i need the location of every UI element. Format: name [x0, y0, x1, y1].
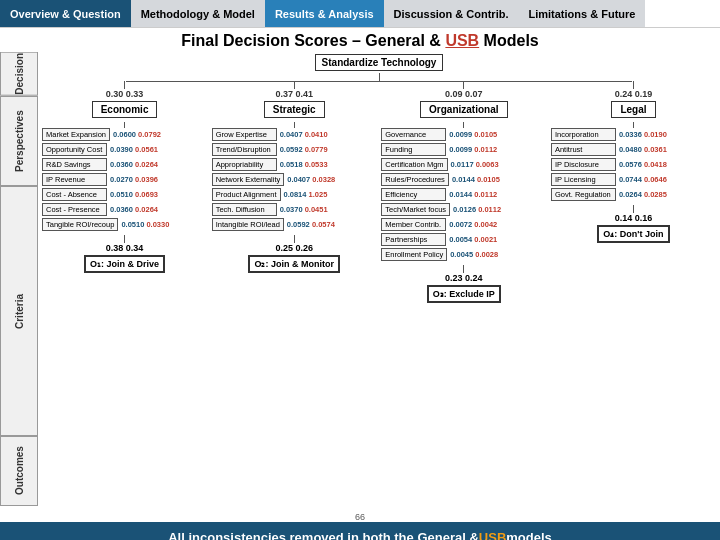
root-node: Standardize Technology: [315, 54, 444, 71]
bottom-bar: All inconsistencies removed in both the …: [0, 522, 720, 540]
side-labels: Decision Perspectives Criteria Outcomes: [0, 52, 38, 512]
list-item: Tangible ROI/recoup 0.0510 0.0330: [42, 218, 207, 231]
category-strategic-box: Strategic: [264, 101, 325, 118]
page-number: 66: [0, 512, 720, 522]
nav-item-methodology[interactable]: Methodology & Model: [131, 0, 265, 27]
list-item: IP Disclosure 0.0576 0.0418: [551, 158, 716, 171]
list-item: Opportunity Cost 0.0390 0.0561: [42, 143, 207, 156]
outcome-4: O₄: Don't Join: [597, 225, 669, 243]
list-item: Intangible ROI/lead 0.0592 0.0574: [212, 218, 377, 231]
list-item: Tech/Market focus 0.0126 0.0112: [381, 203, 546, 216]
outcome-1: O₁: Join & Drive: [84, 255, 165, 273]
label-perspectives: Perspectives: [0, 96, 38, 186]
list-item: Grow Expertise 0.0407 0.0410: [212, 128, 377, 141]
list-item: Antitrust 0.0480 0.0361: [551, 143, 716, 156]
category-strategic: 0.37 0.41 Strategic Grow Expertise 0.040…: [212, 81, 377, 303]
list-item: R&D Savings 0.0360 0.0264: [42, 158, 207, 171]
list-item: Appropriability 0.0518 0.0533: [212, 158, 377, 171]
nav-item-results[interactable]: Results & Analysis: [265, 0, 384, 27]
nav-item-discussion[interactable]: Discussion & Contrib.: [384, 0, 519, 27]
category-legal-box: Legal: [611, 101, 655, 118]
legal-criteria: Incorporation 0.0336 0.0190 Antitrust 0.…: [551, 128, 716, 201]
navigation-bar: Overview & Question Methodology & Model …: [0, 0, 720, 28]
list-item: Rules/Procedures 0.0144 0.0105: [381, 173, 546, 186]
list-item: Efficiency 0.0144 0.0112: [381, 188, 546, 201]
page-title: Final Decision Scores – General & USB Mo…: [0, 32, 720, 50]
list-item: Cost - Absence 0.0510 0.0693: [42, 188, 207, 201]
list-item: IP Licensing 0.0744 0.0646: [551, 173, 716, 186]
list-item: Member Contrib. 0.0072 0.0042: [381, 218, 546, 231]
organizational-criteria: Governance 0.0099 0.0105 Funding 0.0099 …: [381, 128, 546, 261]
list-item: IP Revenue 0.0270 0.0396: [42, 173, 207, 186]
list-item: Govt. Regulation 0.0264 0.0285: [551, 188, 716, 201]
chart-area: Standardize Technology 0.30 0.33 Economi…: [38, 52, 720, 512]
categories-level: 0.30 0.33 Economic Market Expansion 0.06…: [42, 81, 716, 303]
nav-item-limitations[interactable]: Limitations & Future: [518, 0, 645, 27]
root-level: Standardize Technology: [42, 54, 716, 71]
list-item: Enrollment Policy 0.0045 0.0028: [381, 248, 546, 261]
strategic-criteria: Grow Expertise 0.0407 0.0410 Trend/Disru…: [212, 128, 377, 231]
list-item: Cost - Presence 0.0360 0.0264: [42, 203, 207, 216]
category-organizational: 0.09 0.07 Organizational Governance 0.00…: [381, 81, 546, 303]
category-legal: 0.24 0.19 Legal Incorporation 0.0336 0.0…: [551, 81, 716, 303]
list-item: Trend/Disruption 0.0592 0.0779: [212, 143, 377, 156]
nav-item-overview[interactable]: Overview & Question: [0, 0, 131, 27]
label-outcomes: Outcomes: [0, 436, 38, 506]
list-item: Incorporation 0.0336 0.0190: [551, 128, 716, 141]
label-criteria: Criteria: [0, 186, 38, 436]
economic-criteria: Market Expansion 0.0600 0.0792 Opportuni…: [42, 128, 207, 231]
category-economic: 0.30 0.33 Economic Market Expansion 0.06…: [42, 81, 207, 303]
category-organizational-box: Organizational: [420, 101, 507, 118]
label-decision: Decision: [0, 52, 38, 96]
list-item: Tech. Diffusion 0.0370 0.0451: [212, 203, 377, 216]
list-item: Market Expansion 0.0600 0.0792: [42, 128, 207, 141]
list-item: Certification Mgm 0.0117 0.0063: [381, 158, 546, 171]
category-economic-box: Economic: [92, 101, 158, 118]
list-item: Funding 0.0099 0.0112: [381, 143, 546, 156]
list-item: Network Externality 0.0407 0.0328: [212, 173, 377, 186]
list-item: Governance 0.0099 0.0105: [381, 128, 546, 141]
outcome-3: O₃: Exclude IP: [427, 285, 501, 303]
list-item: Partnerships 0.0054 0.0021: [381, 233, 546, 246]
outcome-2: O₂: Join & Monitor: [248, 255, 340, 273]
list-item: Product Alignment 0.0814 1.025: [212, 188, 377, 201]
